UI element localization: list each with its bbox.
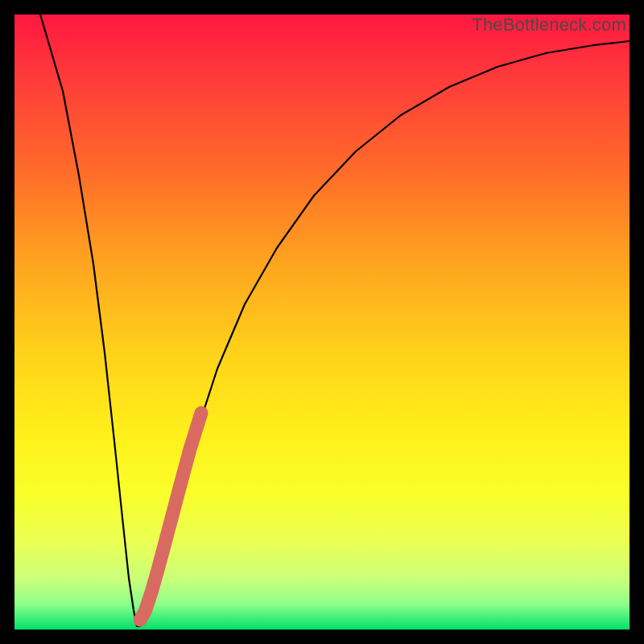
bottleneck-curve: [40, 14, 630, 626]
watermark-text: TheBottleneck.com: [472, 14, 626, 35]
chart-plot-area: TheBottleneck.com: [14, 14, 630, 630]
chart-svg: [14, 14, 630, 630]
highlight-segment: [140, 413, 201, 620]
chart-frame: TheBottleneck.com: [0, 0, 644, 644]
